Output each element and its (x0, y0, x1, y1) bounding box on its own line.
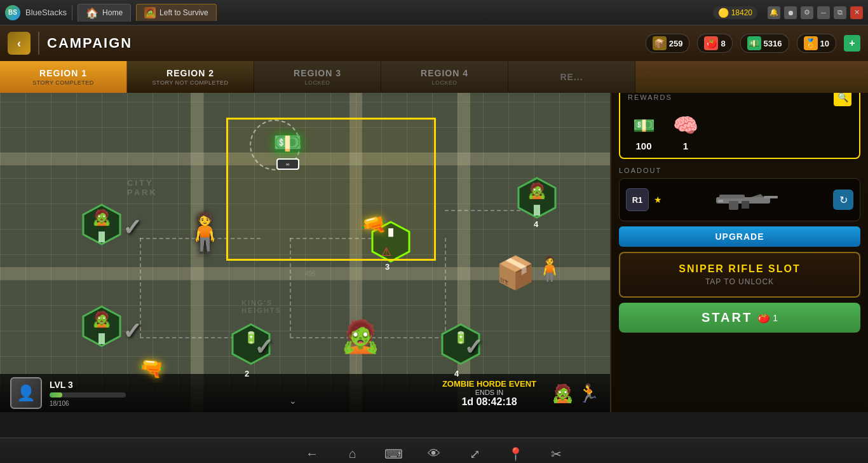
region-4-status: LOCKED (431, 79, 457, 86)
region-tab-4[interactable]: REGION 4 LOCKED (381, 61, 508, 93)
rank-text: R1 (632, 195, 643, 205)
region-2-name: REGION 2 (166, 68, 214, 78)
crate-icon: 📦 (653, 36, 667, 50)
level-progress-fill (50, 392, 62, 397)
food-value: 8 (721, 39, 725, 48)
record-btn[interactable]: ⏺ (784, 6, 797, 19)
weapon-svg (713, 186, 783, 214)
loadout-item-1: R1 ★ ↻ (619, 178, 860, 221)
gold-value: 10 (820, 39, 829, 48)
level-progress-text: 18/106 (50, 400, 126, 407)
bluestacks-label: BlueStacks (25, 8, 67, 17)
hud-resource-crate: 📦 259 (646, 34, 690, 53)
node-4[interactable]: 🧟 ▐▌ (516, 177, 558, 219)
zombie-center: 🧟 (341, 318, 380, 355)
region-tabs: REGION 1 STORY COMPLETED REGION 2 STORY … (0, 61, 868, 93)
node-1[interactable]: 🧟 ▐▌ (81, 204, 123, 245)
region-tab-3[interactable]: REGION 3 LOCKED (254, 61, 381, 93)
connector-v3 (445, 238, 446, 337)
close-btn[interactable]: ✕ (850, 6, 863, 19)
road-number: 495 (305, 270, 316, 277)
back-button[interactable]: ‹ (8, 32, 31, 55)
zombie-event: ZOMBIE HORDE EVENT ENDS IN 1d 08:42:18 (442, 379, 536, 408)
bottom-scissors-button[interactable]: ✂ (546, 444, 566, 464)
heights-label: KING'SHEIGHTS (241, 299, 281, 314)
home-tab[interactable]: 🏠 Home (78, 4, 131, 22)
reward-node[interactable]: 💵 ∞ (273, 130, 302, 171)
node-2[interactable]: 🧟 ▐▌ (81, 305, 123, 347)
region-5-name: RE... (560, 72, 583, 82)
sniper-slot-subtitle: TAP TO UNLOCK (630, 277, 849, 286)
game-tab-label: Left to Survive (159, 8, 208, 17)
start-button[interactable]: START 🍅 1 (619, 303, 860, 333)
level-text: LVL 3 (50, 380, 126, 390)
bottom-back-button[interactable]: ← (302, 444, 322, 464)
reward-cash-icon: 💵 (628, 113, 660, 138)
level-progress-bar (50, 392, 126, 397)
selection-down-arrow: ⌄ (289, 396, 297, 406)
node-6-label: 4 (454, 369, 459, 378)
game-tab-icon: 🧟 (144, 7, 156, 18)
bluestacks-logo: BS (5, 5, 20, 20)
reward-brain-value: 1 (683, 141, 688, 151)
region-tab-5[interactable]: RE... (508, 61, 635, 93)
settings-btn[interactable]: ⚙ (801, 6, 813, 19)
start-cost-value: 1 (773, 313, 778, 323)
node-3-label: 3 (385, 262, 390, 272)
golden-rifle: 🔫 (137, 355, 165, 381)
loadout-weapon (667, 184, 828, 216)
reward-cash-item: 💵 100 (628, 113, 660, 151)
food-icon: 🍅 (704, 36, 718, 50)
checkmark-5: ✓ (254, 334, 273, 361)
sniper-rifle-slot[interactable]: SNIPER RIFLE SLOT TAP TO UNLOCK (619, 252, 860, 298)
bottom-eye-button[interactable]: 👁 (424, 444, 444, 464)
currency-value: 18420 (731, 8, 752, 17)
bluestacks-currency: 🟡 18420 (713, 6, 757, 19)
svg-rect-8 (764, 196, 778, 198)
game-tab[interactable]: 🧟 Left to Survive (136, 4, 217, 21)
loadout-section: LOADOUT R1 ★ (619, 167, 860, 221)
reward-brain-icon: 🧠 (670, 113, 702, 138)
loadout-label: LOADOUT (619, 167, 860, 174)
region-tab-2[interactable]: REGION 2 STORY NOT COMPLETED (127, 61, 254, 93)
region-2-status: STORY NOT COMPLETED (153, 79, 229, 86)
player-avatar: 👤 (10, 377, 42, 409)
region-4-name: REGION 4 (421, 68, 468, 78)
loadout-refresh-button[interactable]: ↻ (833, 190, 853, 210)
region-tab-1[interactable]: REGION 1 STORY COMPLETED (0, 61, 127, 93)
park-label: CITYPARK (127, 178, 158, 197)
game-area: CITYPARK KING'SHEIGHTS 495 💵 ∞ ⌄ 🔫 ⚠ (0, 25, 868, 438)
bottom-keyboard-icon[interactable]: ⌨ (383, 444, 403, 464)
game-hud: ‹ CAMPAIGN 📦 259 🍅 8 💵 5316 🏅 10 + (0, 25, 868, 61)
notification-btn[interactable]: 🔔 (768, 6, 780, 19)
hud-resource-food: 🍅 8 (697, 34, 732, 53)
reward-cash-value: 100 (635, 141, 651, 151)
checkmark-2: ✓ (123, 318, 142, 345)
zombie-event-title: ZOMBIE HORDE EVENT (442, 379, 536, 389)
minimize-btn[interactable]: ─ (817, 6, 830, 19)
level-info: LVL 3 18/106 (50, 380, 126, 407)
loadout-rank: R1 (626, 188, 649, 211)
region-1-name: REGION 1 (39, 68, 87, 78)
svg-rect-9 (729, 201, 738, 210)
svg-rect-7 (719, 195, 745, 198)
add-gold-button[interactable]: + (844, 35, 860, 52)
checkmark-6: ✓ (464, 334, 483, 361)
reward-brain-item: 🧠 1 (670, 113, 702, 151)
crate-value: 259 (669, 39, 683, 48)
bottom-expand-button[interactable]: ⤢ (465, 444, 485, 464)
region-3-name: REGION 3 (294, 68, 341, 78)
bottom-home-button[interactable]: ⌂ (342, 444, 363, 464)
hud-resource-gold: 🏅 10 (797, 34, 836, 53)
crate-figure: 📦 (496, 254, 535, 291)
upgrade-button[interactable]: UPGRADE (619, 226, 860, 247)
restore-btn[interactable]: ⧉ (834, 6, 846, 19)
cash-value: 5316 (764, 39, 782, 48)
region-1-status: STORY COMPLETED (32, 79, 94, 86)
start-cost: 🍅 1 (757, 312, 778, 324)
node-4-label: 4 (534, 219, 538, 229)
hero-figure: 🧍 (181, 210, 229, 255)
bottom-map-button[interactable]: 📍 (505, 444, 526, 464)
zombie-event-sub: ENDS IN (442, 389, 536, 396)
sniper-slot-title: SNIPER RIFLE SLOT (630, 263, 849, 275)
